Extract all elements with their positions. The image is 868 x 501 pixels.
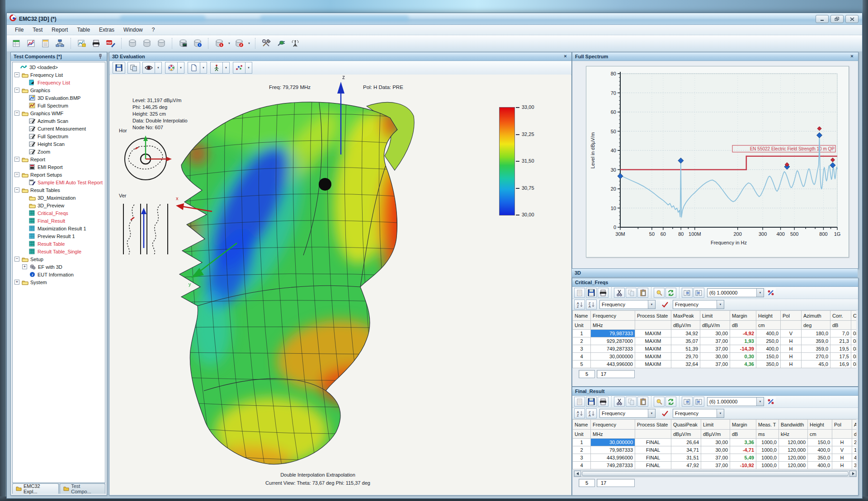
critical-factor-combobox[interactable]: (6) 1.000000▼ — [707, 288, 764, 297]
tree-item-current-measurement[interactable]: Current Measurement — [13, 125, 105, 132]
table-unit-row[interactable]: UnitMHzdBµV/mdBµV/mdBmskHzcmdeg — [573, 430, 857, 439]
tree-item-full-spectrum[interactable]: Full Spectrum — [13, 102, 105, 109]
critical-sort-za-icon[interactable]: ZA — [586, 300, 597, 309]
critical-col-delete-icon[interactable] — [693, 288, 704, 298]
table-header-row[interactable]: NameFrequencyProcess StateQuasiPeakLimit… — [573, 420, 857, 430]
menu-window[interactable]: Window — [119, 26, 147, 34]
final-result-header[interactable]: Final_Result — [572, 387, 858, 396]
tree-item-frequency-list[interactable]: −Frequency List — [13, 71, 105, 79]
graphics-icon[interactable] — [24, 37, 38, 50]
collapse-icon[interactable]: − — [14, 172, 19, 177]
final-col-delete-icon[interactable] — [693, 397, 704, 407]
tree-item-graphics[interactable]: −Graphics — [13, 86, 105, 94]
tree-item-report-setups[interactable]: −Report Setups — [13, 171, 105, 178]
scrollbar-thumb[interactable] — [582, 471, 849, 476]
scroll-left-icon[interactable] — [574, 471, 581, 477]
final-copy-dim-icon[interactable] — [626, 397, 637, 407]
antenna-icon[interactable] — [288, 37, 302, 50]
database-2-icon[interactable]: 2 — [232, 37, 246, 50]
expand-icon[interactable]: + — [14, 280, 19, 285]
final-find-icon[interactable] — [654, 397, 665, 407]
final-percent-icon[interactable] — [766, 397, 776, 406]
table-row[interactable]: 279,987333FINAL34,7130,00-4,711000,0120,… — [573, 446, 857, 454]
critical-export-icon[interactable] — [574, 288, 585, 298]
explorer-tab-test-components[interactable]: Test Compo... — [60, 483, 105, 494]
final-filter-field-combobox[interactable]: Frequency▼ — [673, 409, 724, 418]
final-export-icon[interactable] — [574, 397, 585, 407]
palette-icon[interactable] — [165, 62, 178, 74]
database-b-icon[interactable] — [140, 37, 154, 50]
database-c-icon[interactable] — [154, 37, 169, 50]
antenna-pos-icon[interactable] — [210, 62, 223, 74]
critical-filter-field-combobox[interactable]: Frequency▼ — [673, 300, 724, 309]
evaluation-header[interactable]: 3D Evaluation × — [109, 52, 571, 61]
table-row[interactable]: 430,000000MAXIM29,7030,000,30150,0H270,0… — [573, 353, 857, 361]
table-row[interactable]: 130,000000FINAL26,6430,003,361000,0120,0… — [573, 439, 857, 446]
report-image-icon[interactable] — [75, 37, 89, 50]
collapse-icon[interactable]: − — [14, 72, 19, 77]
database-1-dropdown-icon[interactable]: ▼ — [226, 37, 232, 50]
critical-refresh-icon[interactable] — [665, 288, 676, 298]
final-factor-combobox[interactable]: (6) 1.000000▼ — [707, 397, 764, 406]
tree-item-preview-result-1[interactable]: Preview Result 1 — [13, 232, 105, 240]
connect-icon[interactable] — [274, 37, 288, 50]
copy-icon[interactable] — [127, 62, 140, 74]
critical-paste-icon[interactable] — [637, 288, 648, 298]
final-paste-icon[interactable] — [637, 397, 648, 407]
final-sort-az-icon[interactable]: AZ — [574, 408, 585, 418]
test-components-icon[interactable] — [53, 37, 67, 50]
close-icon[interactable]: × — [849, 54, 855, 60]
tree-item-height-scan[interactable]: Height Scan — [13, 140, 105, 148]
critical-find-icon[interactable] — [654, 288, 665, 298]
title-bar[interactable]: EMC32 [3D] (*) — [7, 13, 862, 25]
tree-item-final-result[interactable]: Final_Result — [13, 217, 105, 225]
close-icon[interactable]: × — [562, 54, 569, 60]
menu-report[interactable]: Report — [47, 26, 72, 34]
menu-file[interactable]: File — [10, 26, 28, 34]
expand-icon[interactable]: + — [22, 264, 27, 269]
table-row[interactable]: 2929,287000MAXIM35,0737,001,93250,0H359,… — [573, 337, 857, 345]
scatter-icon[interactable] — [233, 62, 245, 74]
page-icon[interactable] — [188, 62, 200, 74]
critical-save-icon[interactable] — [586, 288, 597, 298]
tree-item-3d-loaded-[interactable]: 3D <loaded> — [13, 63, 105, 71]
surface-3d-plot[interactable]: z x y — [113, 75, 493, 477]
explorer-tab-emc32-explorer[interactable]: EMC32 Expl... — [12, 483, 59, 494]
table-row[interactable]: 179,987333MAXIM34,9230,00-4,92400,0V180,… — [573, 330, 857, 337]
table-unit-row[interactable]: UnitMHzdBµV/mdBµV/mdBcmdegdB — [573, 321, 857, 330]
horizontal-scrollbar[interactable] — [574, 470, 857, 477]
view-dropdown-icon[interactable]: ▼ — [155, 62, 162, 74]
tree-item-ef-with-3d[interactable]: +EF with 3D — [13, 263, 105, 271]
print-icon[interactable] — [89, 37, 104, 50]
report-generator-icon[interactable] — [9, 37, 24, 50]
final-refresh-icon[interactable] — [665, 397, 676, 407]
maximize-button[interactable] — [830, 15, 844, 23]
spectrum-chart[interactable]: 0102030405060708030M506080100M2003004005… — [586, 66, 848, 256]
database-1-icon[interactable]: 1 — [212, 37, 226, 50]
collapse-icon[interactable]: − — [14, 257, 19, 262]
tree-item-sample-emi-auto-test-report[interactable]: Sample EMI Auto Test Report — [13, 178, 105, 186]
tree-item-maximization-result-1[interactable]: Maximization Result 1 — [13, 225, 105, 232]
collapse-icon[interactable]: − — [14, 111, 19, 116]
menu-test[interactable]: Test — [28, 26, 47, 34]
table-header-row[interactable]: NameFrequencyProcess StateMaxPeakLimitMa… — [573, 311, 857, 321]
critical-freqs-header[interactable]: Critical_Freqs — [572, 278, 858, 287]
chevron-down-icon[interactable]: ▼ — [756, 398, 764, 406]
pdf-report-icon[interactable]: PDF — [104, 37, 118, 50]
final-col-insert-icon[interactable] — [682, 397, 693, 407]
tree-item-zoom[interactable]: Zoom — [13, 148, 105, 155]
database-2-dropdown-icon[interactable]: ▼ — [246, 37, 252, 50]
tree-item-report[interactable]: −Report — [13, 155, 105, 163]
final-cut-icon[interactable] — [614, 397, 625, 407]
menu-[interactable]: ? — [147, 26, 160, 34]
view-icon[interactable] — [142, 62, 155, 74]
critical-cut-icon[interactable] — [614, 288, 625, 298]
tree-item-system[interactable]: +System — [13, 278, 105, 286]
final-sort-za-icon[interactable]: ZA — [586, 408, 597, 418]
selected-node-marker[interactable] — [319, 178, 331, 191]
page-dropdown-icon[interactable]: ▼ — [200, 62, 207, 74]
chevron-down-icon[interactable]: ▼ — [717, 300, 724, 309]
final-sort-field-combobox[interactable]: Frequency▼ — [599, 409, 656, 418]
tree-item-result-tables[interactable]: −Result Tables — [13, 186, 105, 194]
pin-icon[interactable] — [98, 54, 104, 60]
